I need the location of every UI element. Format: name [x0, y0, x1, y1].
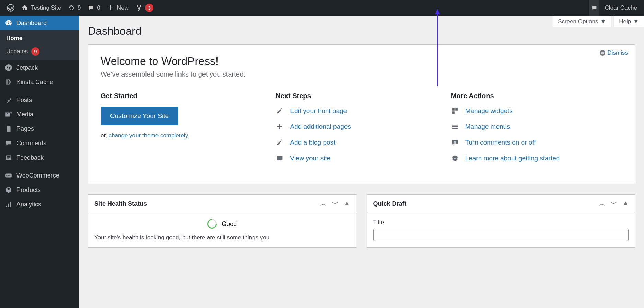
sidebar-item-dashboard[interactable]: Dashboard [0, 16, 79, 30]
products-icon [5, 186, 12, 194]
refresh-icon [68, 4, 75, 11]
comment-icon [87, 4, 94, 11]
svg-rect-6 [277, 156, 283, 160]
welcome-title: Welcome to WordPress! [101, 55, 622, 68]
site-health-header: Site Health Status ︿ ﹀ ▲ [88, 195, 356, 213]
site-name-link[interactable]: Testing Site [18, 0, 65, 16]
updates-count: 9 [78, 4, 81, 11]
updates-badge: 9 [31, 47, 39, 56]
welcome-col-get-started: Get Started Customize Your Site or, chan… [101, 92, 255, 170]
toggle-comments-link[interactable]: Turn comments on or off [465, 139, 536, 146]
comments-link[interactable]: 0 [84, 0, 104, 16]
yoast-link[interactable]: 3 [132, 0, 157, 16]
sidebar-item-feedback[interactable]: Feedback [0, 150, 79, 165]
help-button[interactable]: Help ▼ [614, 16, 644, 27]
sidebar-item-products[interactable]: Products [0, 183, 79, 197]
learn-icon [451, 154, 459, 162]
sidebar-item-jetpack[interactable]: Jetpack [0, 60, 79, 75]
health-status-row: Good [94, 219, 350, 229]
manage-menus-link[interactable]: Manage menus [465, 123, 510, 130]
wp-logo[interactable] [3, 0, 18, 16]
caret-down-icon: ▼ [633, 18, 639, 25]
get-started-heading: Get Started [101, 92, 255, 100]
sidebar-item-comments[interactable]: Comments [0, 136, 79, 150]
widgets-icon [451, 107, 459, 115]
draft-title-input[interactable] [373, 229, 629, 241]
health-status-text: Good [222, 220, 237, 228]
pages-icon [5, 125, 12, 133]
list-item: Add a blog post [276, 138, 430, 147]
topbar-comment-box[interactable] [589, 0, 599, 16]
customize-site-button[interactable]: Customize Your Site [101, 107, 178, 125]
move-up-icon[interactable]: ︿ [320, 199, 327, 208]
site-health-metabox: Site Health Status ︿ ﹀ ▲ Good Your site'… [88, 194, 356, 248]
list-item: Edit your front page [276, 107, 430, 115]
edit-front-page-link[interactable]: Edit your front page [290, 107, 347, 115]
sidebar-item-kinsta-cache[interactable]: Kinsta Cache [0, 75, 79, 89]
caret-down-icon: ▼ [600, 18, 606, 25]
welcome-panel: Dismiss Welcome to WordPress! We've asse… [88, 44, 635, 184]
dismiss-icon [599, 50, 606, 56]
sidebar-item-media[interactable]: Media [0, 107, 79, 122]
toggle-icon[interactable]: ▲ [622, 199, 629, 208]
media-icon [5, 111, 12, 118]
add-pages-link[interactable]: Add additional pages [290, 123, 351, 130]
sidebar-item-pages[interactable]: Pages [0, 122, 79, 136]
comment-box-icon [591, 5, 597, 11]
move-down-icon[interactable]: ﹀ [611, 199, 617, 208]
learn-more-link[interactable]: Learn more about getting started [465, 155, 560, 162]
welcome-col-next-steps: Next Steps Edit your front page Add addi… [276, 92, 430, 170]
welcome-col-more-actions: More Actions Manage widgets Manage menus… [451, 92, 622, 170]
manage-widgets-link[interactable]: Manage widgets [465, 107, 513, 115]
new-content-link[interactable]: New [104, 0, 132, 16]
edit-icon [276, 107, 284, 115]
clear-cache-link[interactable]: Clear Cache [601, 0, 641, 16]
svg-point-1 [5, 64, 12, 71]
kinsta-icon [5, 78, 12, 86]
add-blog-post-link[interactable]: Add a blog post [290, 139, 335, 146]
comments-count: 0 [97, 4, 100, 11]
feedback-icon [5, 154, 12, 161]
sidebar-subitem-updates[interactable]: Updates 9 [0, 45, 79, 58]
updates-link[interactable]: 9 [65, 0, 84, 16]
site-name-text: Testing Site [31, 4, 61, 11]
quick-draft-metabox: Quick Draft ︿ ﹀ ▲ Title [367, 194, 635, 248]
view-site-link[interactable]: View your site [290, 155, 330, 162]
welcome-subtitle: We've assembled some links to get you st… [101, 70, 622, 78]
yoast-icon [136, 4, 142, 11]
svg-rect-7 [279, 161, 281, 161]
admin-sidebar: Dashboard Home Updates 9 Jetpack Kinsta … [0, 16, 79, 308]
wordpress-icon [7, 4, 14, 12]
comments-icon [5, 139, 12, 147]
main-content: Screen Options ▼ Help ▼ Dashboard Dismis… [79, 16, 644, 308]
write-icon [276, 138, 284, 147]
next-steps-heading: Next Steps [276, 92, 430, 100]
sidebar-item-woocommerce[interactable]: woo WooCommerce [0, 168, 79, 183]
health-progress-icon [205, 217, 219, 231]
toggle-icon[interactable]: ▲ [344, 199, 350, 208]
plus-icon [107, 4, 114, 11]
svg-text:woo: woo [5, 174, 11, 177]
dismiss-link[interactable]: Dismiss [599, 49, 628, 56]
list-item: View your site [276, 154, 430, 162]
view-icon [276, 154, 284, 162]
admin-topbar: Testing Site 9 0 New 3 Clear Cache [0, 0, 644, 16]
list-item: Manage widgets [451, 107, 622, 115]
home-icon [21, 4, 28, 11]
change-theme-link[interactable]: change your theme completely [109, 132, 188, 139]
jetpack-icon [5, 64, 12, 71]
add-icon [276, 123, 284, 131]
screen-options-button[interactable]: Screen Options ▼ [553, 16, 611, 27]
sidebar-submenu-dashboard: Home Updates 9 [0, 30, 79, 60]
list-item: Add additional pages [276, 123, 430, 131]
list-item: Learn more about getting started [451, 154, 622, 162]
sidebar-item-posts[interactable]: Posts [0, 93, 79, 107]
move-down-icon[interactable]: ﹀ [332, 199, 338, 208]
sidebar-subitem-home[interactable]: Home [0, 32, 79, 45]
dashboard-icon [5, 19, 12, 27]
list-item: Manage menus [451, 123, 622, 131]
move-up-icon[interactable]: ︿ [599, 199, 605, 208]
pin-icon [5, 96, 12, 104]
comments-toggle-icon [451, 138, 459, 147]
sidebar-item-analytics[interactable]: Analytics [0, 197, 79, 212]
